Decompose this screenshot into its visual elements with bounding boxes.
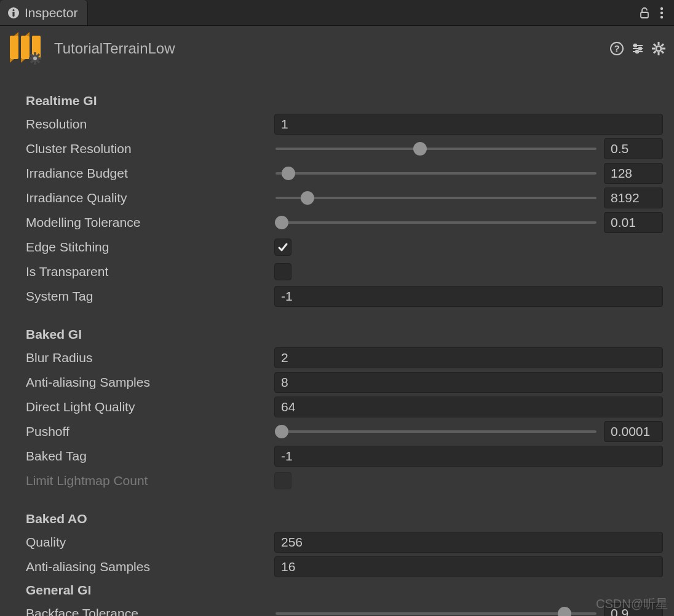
label-system-tag: System Tag [26, 289, 274, 304]
label-ao-quality: Quality [26, 535, 274, 550]
tab-bar: Inspector [0, 0, 674, 26]
baked-tag-field[interactable] [274, 446, 663, 467]
pushoff-value[interactable] [604, 421, 663, 442]
svg-rect-37 [653, 50, 657, 54]
label-direct-light-quality: Direct Light Quality [26, 400, 274, 414]
irradiance-quality-value[interactable] [604, 188, 663, 208]
label-irradiance-quality: Irradiance Quality [26, 191, 274, 205]
svg-marker-13 [21, 59, 25, 63]
modelling-tolerance-value[interactable] [604, 212, 663, 233]
label-baked-tag: Baked Tag [26, 449, 274, 464]
kebab-menu-icon[interactable] [659, 6, 664, 20]
irradiance-quality-slider[interactable] [274, 197, 598, 199]
label-blur-radius: Blur Radius [26, 350, 274, 365]
blur-radius-field[interactable] [274, 347, 663, 368]
asset-header: TutorialTerrainLow ? [0, 26, 674, 84]
svg-point-27 [639, 47, 641, 50]
modelling-tolerance-slider[interactable] [274, 221, 598, 224]
aa-samples-ao-field[interactable] [274, 556, 663, 577]
pushoff-slider[interactable] [274, 430, 598, 433]
label-pushoff: Pushoff [26, 424, 274, 439]
lock-icon[interactable] [638, 7, 651, 19]
svg-marker-10 [14, 32, 18, 36]
svg-point-5 [660, 11, 663, 14]
label-resolution: Resolution [26, 117, 274, 132]
svg-rect-30 [658, 42, 660, 45]
svg-marker-12 [10, 59, 14, 63]
cluster-resolution-value[interactable] [604, 138, 663, 159]
svg-rect-35 [660, 50, 664, 54]
svg-point-38 [657, 47, 660, 50]
info-icon [7, 7, 20, 19]
svg-rect-32 [652, 48, 655, 50]
label-aa-samples-ao: Anti-aliasing Samples [26, 559, 274, 574]
aa-samples-gi-field[interactable] [274, 372, 663, 393]
label-irradiance-budget: Irradiance Budget [26, 166, 274, 181]
label-modelling-tolerance: Modelling Tolerance [26, 215, 274, 230]
svg-point-28 [636, 50, 638, 53]
svg-point-4 [660, 7, 663, 9]
is-transparent-checkbox[interactable] [274, 263, 291, 280]
svg-marker-11 [25, 32, 30, 36]
system-tag-field[interactable] [274, 286, 663, 307]
direct-light-quality-field[interactable] [274, 397, 663, 417]
svg-rect-3 [641, 12, 648, 18]
svg-rect-33 [662, 48, 665, 50]
svg-point-6 [660, 15, 663, 18]
svg-rect-8 [21, 36, 30, 59]
svg-point-20 [33, 57, 37, 60]
ao-quality-field[interactable] [274, 532, 663, 553]
section-general-gi: General GI [26, 579, 663, 601]
section-realtime-gi: Realtime GI [26, 90, 663, 112]
label-aa-samples-gi: Anti-aliasing Samples [26, 375, 274, 390]
label-cluster-resolution: Cluster Resolution [26, 141, 274, 156]
tab-title: Inspector [25, 6, 77, 20]
edge-stitching-checkbox[interactable] [274, 239, 291, 256]
irradiance-budget-value[interactable] [604, 163, 663, 184]
svg-rect-31 [658, 52, 660, 55]
label-edge-stitching: Edge Stitching [26, 240, 274, 255]
svg-rect-34 [653, 43, 657, 47]
label-is-transparent: Is Transparent [26, 264, 274, 279]
inspector-tab[interactable]: Inspector [0, 0, 88, 25]
limit-lightmap-count-checkbox [274, 472, 291, 489]
section-baked-ao: Baked AO [26, 508, 663, 530]
svg-text:?: ? [614, 43, 619, 53]
asset-name: TutorialTerrainLow [54, 40, 598, 57]
irradiance-budget-slider[interactable] [274, 172, 598, 175]
cluster-resolution-slider[interactable] [274, 148, 598, 150]
help-icon[interactable]: ? [610, 42, 624, 55]
backface-tolerance-slider[interactable] [274, 612, 598, 615]
svg-rect-36 [660, 43, 664, 47]
label-limit-lightmap-count: Limit Lightmap Count [26, 473, 274, 488]
presets-icon[interactable] [631, 42, 644, 55]
gear-icon[interactable] [652, 42, 665, 55]
backface-tolerance-value[interactable] [604, 603, 663, 616]
svg-rect-7 [10, 36, 18, 59]
svg-point-1 [12, 9, 14, 10]
svg-rect-2 [12, 12, 14, 17]
lightmap-parameters-icon [9, 32, 42, 65]
section-baked-gi: Baked GI [26, 323, 663, 346]
svg-point-26 [634, 44, 636, 47]
label-backface-tolerance: Backface Tolerance [26, 606, 274, 616]
resolution-field[interactable] [274, 114, 663, 135]
